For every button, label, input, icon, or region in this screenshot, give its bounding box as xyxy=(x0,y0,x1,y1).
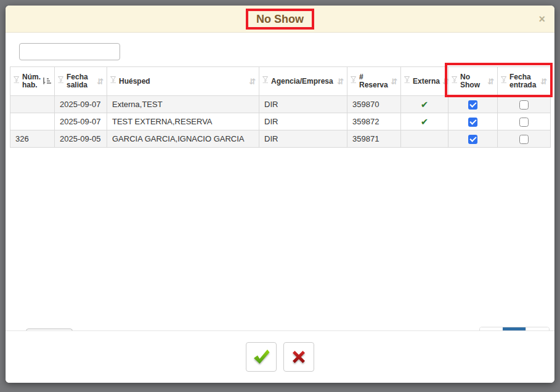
no-show-checkbox[interactable] xyxy=(468,100,477,110)
filter-icon[interactable] xyxy=(262,76,269,86)
search-input[interactable] xyxy=(19,43,120,60)
column-label: Huésped xyxy=(119,78,246,86)
fecha-entrada-checkbox[interactable] xyxy=(519,100,529,110)
column-header-n-m-hab[interactable]: Núm. hab. xyxy=(10,67,55,96)
dialog-title: No Show xyxy=(246,9,314,30)
table-header-row: Núm. hab.Fecha salida⇵Huésped⇵Agencia/Em… xyxy=(10,67,551,96)
cell-no-show xyxy=(448,96,498,113)
no-show-checkbox[interactable] xyxy=(468,135,477,144)
modal-backdrop: No Show × Núm. hab.Fecha salida⇵Huésped⇵… xyxy=(0,0,560,392)
cell-huesped: Externa,TEST xyxy=(107,96,259,113)
filter-icon[interactable] xyxy=(14,76,20,86)
cell-fecha-salida: 2025-09-05 xyxy=(55,130,107,148)
cell-externa xyxy=(401,130,448,148)
dialog-footer xyxy=(6,330,554,383)
externa-check-icon: ✔ xyxy=(421,99,429,110)
sort-icon[interactable]: ⇵ xyxy=(97,78,103,86)
column-header-no-show[interactable]: No Show⇵ xyxy=(448,67,498,96)
filter-icon[interactable] xyxy=(58,76,64,86)
column-label: Externa xyxy=(413,78,440,86)
cell-fecha-salida: 2025-09-07 xyxy=(55,96,107,113)
column-label: Agencia/Empresa xyxy=(271,78,335,86)
column-label: Fecha entrada xyxy=(509,73,538,89)
fecha-entrada-checkbox[interactable] xyxy=(519,118,529,127)
reservations-table: Núm. hab.Fecha salida⇵Huésped⇵Agencia/Em… xyxy=(10,66,551,148)
fecha-entrada-checkbox[interactable] xyxy=(519,135,529,144)
externa-check-icon: ✔ xyxy=(421,116,429,127)
confirm-button[interactable] xyxy=(246,342,277,372)
column-header-fecha-entrada[interactable]: Fecha entrada⇵ xyxy=(498,67,551,96)
cell-agencia-empresa: DIR xyxy=(259,96,347,113)
cell-agencia-empresa: DIR xyxy=(259,130,347,148)
cell-fecha-entrada xyxy=(498,96,551,113)
sort-icon[interactable] xyxy=(43,77,51,86)
cell-externa: ✔ xyxy=(401,96,448,113)
column-label: No Show xyxy=(460,73,485,89)
filter-icon[interactable] xyxy=(404,76,410,86)
cell-huesped: TEST EXTERNA,RESERVA xyxy=(107,113,259,130)
cell-num-hab: 326 xyxy=(10,130,55,148)
column-header-agencia-empresa[interactable]: Agencia/Empresa⇵ xyxy=(259,67,347,96)
filter-icon[interactable] xyxy=(110,76,116,86)
table-row: 2025-09-07Externa,TESTDIR359870✔ xyxy=(10,96,551,113)
dialog-body: Núm. hab.Fecha salida⇵Huésped⇵Agencia/Em… xyxy=(6,33,554,331)
cell-huesped: GARCIA GARCIA,IGNACIO GARCIA xyxy=(107,130,259,148)
cell-no-show xyxy=(448,113,498,130)
sort-icon[interactable]: ⇵ xyxy=(442,78,449,86)
cell-num-hab xyxy=(10,96,55,113)
cancel-button[interactable] xyxy=(283,342,314,372)
table-body: 2025-09-07Externa,TESTDIR359870✔2025-09-… xyxy=(10,96,551,148)
column-header-externa[interactable]: Externa⇵ xyxy=(401,67,448,96)
cell-fecha-salida: 2025-09-07 xyxy=(55,113,107,130)
cross-icon xyxy=(289,347,309,367)
cell-fecha-entrada xyxy=(498,130,551,148)
column-label: # Reserva xyxy=(359,73,388,89)
reservations-table-wrap: Núm. hab.Fecha salida⇵Huésped⇵Agencia/Em… xyxy=(10,66,550,148)
close-icon[interactable]: × xyxy=(538,14,545,25)
sort-icon[interactable]: ⇵ xyxy=(540,78,547,86)
table-row: 2025-09-07TEST EXTERNA,RESERVADIR359872✔ xyxy=(10,113,551,130)
cell-num-reserva: 359870 xyxy=(347,96,401,113)
cell-num-hab xyxy=(10,113,55,130)
table-row: 3262025-09-05GARCIA GARCIA,IGNACIO GARCI… xyxy=(10,130,551,148)
no-show-dialog: No Show × Núm. hab.Fecha salida⇵Huésped⇵… xyxy=(6,6,554,383)
sort-icon[interactable]: ⇵ xyxy=(487,78,494,86)
cell-fecha-entrada xyxy=(498,113,551,130)
filter-icon[interactable] xyxy=(501,76,507,86)
no-show-checkbox[interactable] xyxy=(468,118,477,127)
filter-icon[interactable] xyxy=(452,76,458,86)
sort-icon[interactable]: ⇵ xyxy=(337,78,344,86)
filter-icon[interactable] xyxy=(351,76,357,86)
cell-externa: ✔ xyxy=(401,113,448,130)
check-icon xyxy=(251,347,271,367)
column-header-hu-sped[interactable]: Huésped⇵ xyxy=(107,67,259,96)
column-header-reserva[interactable]: # Reserva⇵ xyxy=(347,67,401,96)
column-label: Núm. hab. xyxy=(22,73,41,89)
cell-num-reserva: 359872 xyxy=(347,113,401,130)
sort-icon[interactable]: ⇵ xyxy=(391,78,397,86)
column-label: Fecha salida xyxy=(67,73,94,89)
dialog-header: No Show × xyxy=(6,6,554,33)
cell-no-show xyxy=(448,130,498,148)
cell-agencia-empresa: DIR xyxy=(259,113,347,130)
cell-num-reserva: 359871 xyxy=(347,130,401,148)
sort-icon[interactable]: ⇵ xyxy=(249,78,256,86)
column-header-fecha-salida[interactable]: Fecha salida⇵ xyxy=(55,67,107,96)
